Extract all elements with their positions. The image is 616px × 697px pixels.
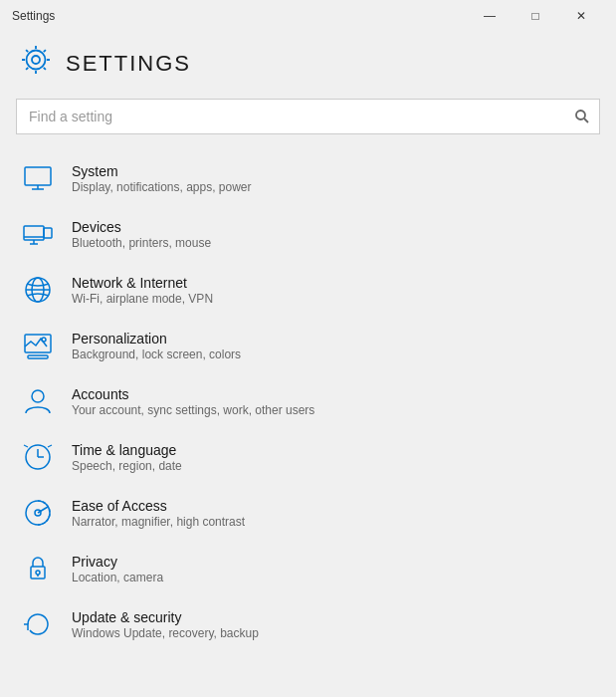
item-title-system: System <box>72 163 252 179</box>
minimize-button[interactable]: — <box>467 1 513 31</box>
title-bar: Settings — □ ✕ <box>0 0 616 32</box>
ease-icon <box>20 495 56 531</box>
svg-point-18 <box>32 390 44 402</box>
item-subtitle-privacy: Location, camera <box>72 571 163 584</box>
settings-item-accounts[interactable]: Accounts Your account, sync settings, wo… <box>8 373 608 429</box>
svg-point-16 <box>42 338 46 342</box>
item-title-accounts: Accounts <box>72 386 314 402</box>
privacy-icon <box>20 551 56 586</box>
item-title-network: Network & Internet <box>72 275 213 291</box>
window-controls: — □ ✕ <box>467 1 604 31</box>
item-title-devices: Devices <box>72 219 211 235</box>
item-text-system: System Display, notifications, apps, pow… <box>72 163 252 194</box>
item-title-time: Time & language <box>72 442 182 458</box>
item-subtitle-time: Speech, region, date <box>72 459 182 473</box>
settings-item-network[interactable]: Network & Internet Wi-Fi, airplane mode,… <box>8 262 608 318</box>
item-subtitle-update: Windows Update, recovery, backup <box>72 626 259 640</box>
svg-line-3 <box>584 118 588 122</box>
maximize-button[interactable]: □ <box>513 1 558 31</box>
item-text-ease: Ease of Access Narrator, magnifier, high… <box>72 498 245 529</box>
settings-item-ease[interactable]: Ease of Access Narrator, magnifier, high… <box>8 485 608 541</box>
settings-item-privacy[interactable]: Privacy Location, camera <box>8 541 608 596</box>
item-text-privacy: Privacy Location, camera <box>72 554 163 584</box>
monitor-icon <box>20 160 56 196</box>
network-icon <box>20 272 56 308</box>
svg-rect-17 <box>28 355 48 358</box>
accounts-icon <box>20 383 56 419</box>
settings-item-update[interactable]: Update & security Windows Update, recove… <box>8 596 608 652</box>
settings-item-devices[interactable]: Devices Bluetooth, printers, mouse <box>8 206 608 262</box>
svg-point-2 <box>576 111 585 119</box>
update-icon <box>20 606 56 642</box>
svg-rect-8 <box>44 228 52 238</box>
svg-rect-25 <box>31 567 45 579</box>
search-button[interactable] <box>564 99 600 134</box>
time-icon <box>20 439 56 475</box>
item-text-devices: Devices Bluetooth, printers, mouse <box>72 219 211 250</box>
item-text-update: Update & security Windows Update, recove… <box>72 609 259 640</box>
item-title-privacy: Privacy <box>72 554 163 570</box>
item-subtitle-accounts: Your account, sync settings, work, other… <box>72 403 314 417</box>
svg-rect-7 <box>24 226 44 240</box>
settings-item-system[interactable]: System Display, notifications, apps, pow… <box>8 150 608 206</box>
settings-item-time[interactable]: Time & language Speech, region, date <box>8 429 608 485</box>
search-input[interactable] <box>16 99 600 134</box>
item-text-personalization: Personalization Background, lock screen,… <box>72 331 241 361</box>
item-subtitle-system: Display, notifications, apps, power <box>72 180 252 194</box>
item-title-personalization: Personalization <box>72 331 241 347</box>
item-subtitle-devices: Bluetooth, printers, mouse <box>72 236 211 250</box>
item-title-update: Update & security <box>72 609 259 625</box>
personalization-icon <box>20 328 56 363</box>
settings-list: System Display, notifications, apps, pow… <box>0 150 616 652</box>
svg-point-0 <box>32 56 40 64</box>
search-bar <box>16 99 600 134</box>
svg-point-26 <box>36 571 40 575</box>
settings-gear-icon <box>20 44 52 83</box>
item-subtitle-network: Wi-Fi, airplane mode, VPN <box>72 292 213 306</box>
item-subtitle-ease: Narrator, magnifier, high contrast <box>72 515 245 529</box>
svg-point-1 <box>27 51 46 70</box>
item-title-ease: Ease of Access <box>72 498 245 514</box>
devices-icon <box>20 216 56 252</box>
window-title: Settings <box>12 9 55 23</box>
settings-item-personalization[interactable]: Personalization Background, lock screen,… <box>8 318 608 373</box>
item-text-network: Network & Internet Wi-Fi, airplane mode,… <box>72 275 213 306</box>
close-button[interactable]: ✕ <box>558 1 604 31</box>
svg-rect-4 <box>25 167 51 185</box>
app-title: SETTINGS <box>66 51 191 77</box>
item-text-accounts: Accounts Your account, sync settings, wo… <box>72 386 314 417</box>
app-header: SETTINGS <box>0 32 616 99</box>
item-text-time: Time & language Speech, region, date <box>72 442 182 473</box>
item-subtitle-personalization: Background, lock screen, colors <box>72 348 241 361</box>
